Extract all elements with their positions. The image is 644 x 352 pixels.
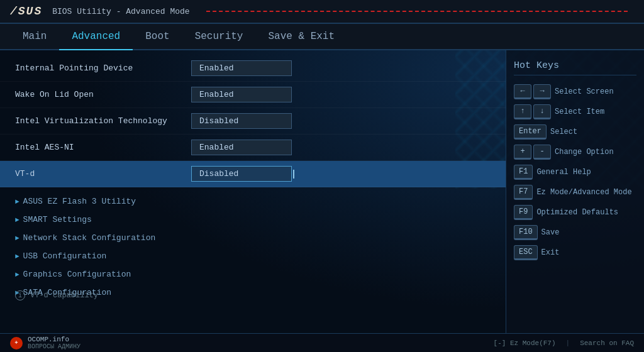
setting-value-ipd: Enabled: [191, 60, 292, 76]
status-site-name: OCOMP.info: [28, 336, 80, 343]
submenu-label-usb: USB Configuration: [23, 251, 107, 261]
submenu-usb[interactable]: ► USB Configuration: [0, 247, 506, 265]
key-enter[interactable]: Enter: [514, 124, 547, 140]
submenu-ez-flash[interactable]: ► ASUS EZ Flash 3 Utility: [0, 192, 506, 211]
setting-row-aes[interactable]: Intel AES-NI Enabled: [0, 135, 506, 161]
submenu-label-smart: SMART Settings: [23, 215, 92, 224]
setting-label-vt: Intel Virtualization Technology: [15, 116, 191, 126]
setting-row-ipd[interactable]: Internal Pointing Device Enabled: [0, 55, 506, 82]
key-up[interactable]: ↑: [514, 104, 531, 119]
top-bar: /SUS BIOS Utility - Advanced Mode: [0, 0, 644, 24]
hotkey-select-screen: ← → Select Screen: [514, 84, 636, 99]
key-right[interactable]: →: [533, 84, 551, 99]
setting-row-vtd[interactable]: VT-d Disabled: [0, 161, 506, 187]
status-right: [-] Ez Mode(F7) | Search on FAQ: [494, 339, 634, 347]
dashed-separator: [206, 11, 628, 12]
hotkey-desc-screen: Select Screen: [555, 87, 614, 96]
menu-bar: Main Advanced Boot Security Save & Exit: [0, 24, 644, 50]
status-separator: |: [566, 339, 570, 347]
setting-label-ipd: Internal Pointing Device: [15, 63, 191, 73]
menu-main[interactable]: Main: [10, 24, 59, 50]
hotkey-keys-ud: ↑ ↓: [514, 104, 551, 119]
submenu-label-network: Network Stack Configuration: [23, 233, 156, 243]
key-f9[interactable]: F9: [514, 205, 533, 220]
status-site-tagline: ВОПРОСЫ АДМИНУ: [28, 343, 80, 350]
setting-value-vt: Disabled: [191, 113, 292, 129]
status-logo-area: + OCOMP.info ВОПРОСЫ АДМИНУ: [10, 336, 80, 350]
hotkey-f10: F10 Save: [514, 225, 636, 240]
submenu-arrow-icon: ►: [15, 253, 19, 260]
left-panel: Internal Pointing Device Enabled Wake On…: [0, 50, 506, 333]
setting-label-wol: Wake On Lid Open: [15, 90, 191, 99]
key-left[interactable]: ←: [514, 84, 531, 99]
cursor-indicator: [293, 170, 298, 179]
ocomp-logo: +: [10, 337, 23, 349]
search-on-faq[interactable]: Search on FAQ: [580, 339, 634, 347]
setting-value-vtd: Disabled: [191, 166, 292, 182]
hotkey-keys-lr: ← →: [514, 84, 551, 99]
setting-row-vt[interactable]: Intel Virtualization Technology Disabled: [0, 108, 506, 135]
info-icon: i: [15, 290, 25, 300]
submenu-arrow-icon: ►: [15, 198, 19, 206]
hotkey-desc-f7: Ez Mode/Advanced Mode: [536, 188, 631, 197]
hotkey-enter: Enter Select: [514, 124, 636, 140]
hotkey-desc-change: Change Option: [555, 148, 614, 157]
hotkey-esc: ESC Exit: [514, 245, 636, 260]
hotkey-keys-f9: F9: [514, 205, 533, 220]
hotkey-keys-enter: Enter: [514, 124, 547, 140]
setting-label-vtd: VT-d: [15, 169, 191, 179]
info-bar: i VT-d capability: [0, 283, 113, 308]
bios-title: BIOS Utility - Advanced Mode: [52, 7, 189, 16]
hotkey-keys-f1: F1: [514, 165, 533, 180]
setting-row-wol[interactable]: Wake On Lid Open Enabled: [0, 82, 506, 108]
hotkey-keys-f7: F7: [514, 185, 533, 200]
hotkeys-title: Hot Keys: [514, 60, 636, 75]
submenu-label-graphics: Graphics Configuration: [23, 270, 131, 279]
key-f7[interactable]: F7: [514, 185, 533, 200]
submenu-arrow-icon: ►: [15, 216, 19, 224]
hotkey-select-item: ↑ ↓ Select Item: [514, 104, 636, 119]
menu-boot[interactable]: Boot: [133, 24, 182, 50]
setting-label-aes: Intel AES-NI: [15, 143, 191, 152]
hotkey-desc-esc: Exit: [541, 248, 560, 257]
submenu-smart[interactable]: ► SMART Settings: [0, 211, 506, 229]
submenu-label-ez-flash: ASUS EZ Flash 3 Utility: [23, 197, 136, 206]
content-area: Internal Pointing Device Enabled Wake On…: [0, 50, 644, 333]
right-panel: Hot Keys ← → Select Screen ↑ ↓ Select It…: [506, 50, 644, 333]
submenu-network[interactable]: ► Network Stack Configuration: [0, 229, 506, 247]
status-site-info: OCOMP.info ВОПРОСЫ АДМИНУ: [28, 336, 80, 350]
setting-value-wol: Enabled: [191, 87, 292, 102]
submenu-graphics[interactable]: ► Graphics Configuration: [0, 265, 506, 283]
submenu-arrow-icon: ►: [15, 271, 19, 278]
hotkey-f9: F9 Optimized Defaults: [514, 205, 636, 220]
info-text: VT-d capability: [30, 291, 98, 300]
key-down[interactable]: ↓: [533, 104, 551, 119]
hotkey-desc-select: Select: [550, 128, 577, 136]
hotkey-desc-item: Select Item: [555, 107, 604, 116]
ez-mode-label[interactable]: [-] Ez Mode(F7): [494, 339, 556, 347]
menu-advanced[interactable]: Advanced: [59, 24, 133, 50]
key-esc[interactable]: ESC: [514, 245, 538, 260]
key-minus[interactable]: -: [533, 145, 551, 160]
hotkey-desc-f9: Optimized Defaults: [536, 208, 618, 217]
hotkey-desc-f10: Save: [541, 228, 560, 237]
hotkey-keys-esc: ESC: [514, 245, 538, 260]
status-bar: + OCOMP.info ВОПРОСЫ АДМИНУ [-] Ez Mode(…: [0, 333, 644, 352]
hotkey-f7: F7 Ez Mode/Advanced Mode: [514, 185, 636, 200]
hotkey-f1: F1 General Help: [514, 165, 636, 180]
submenu-arrow-icon: ►: [15, 234, 19, 242]
setting-value-aes: Enabled: [191, 140, 292, 155]
hotkey-change-option: + - Change Option: [514, 145, 636, 160]
asus-logo: /SUS: [10, 5, 42, 18]
key-f1[interactable]: F1: [514, 165, 533, 180]
hotkey-desc-f1: General Help: [536, 168, 591, 177]
hotkey-keys-pm: + -: [514, 145, 551, 160]
menu-save-exit[interactable]: Save & Exit: [255, 24, 347, 50]
key-plus[interactable]: +: [514, 145, 531, 160]
hotkey-keys-f10: F10: [514, 225, 538, 240]
key-f10[interactable]: F10: [514, 225, 538, 240]
menu-security[interactable]: Security: [182, 24, 256, 50]
